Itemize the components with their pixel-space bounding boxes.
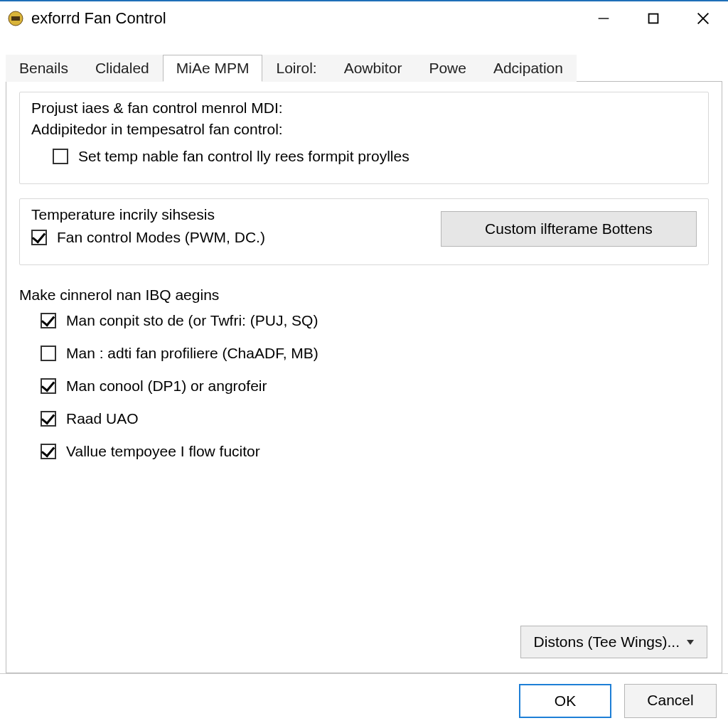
group-temperature-incrily: Temperature incrily sihsesis Fan control…	[19, 198, 709, 265]
window-title: exforrd Fan Control	[31, 9, 579, 28]
list-item: Man conpit sto de (or Twfri: (PUJ, SQ)	[41, 312, 709, 329]
svg-rect-3	[649, 14, 658, 23]
checkbox-set-temp[interactable]	[53, 149, 68, 164]
tab-loirol-[interactable]: Loirol:	[262, 55, 330, 82]
checkbox-label: Man : adti fan profiliere (ChaADF, MB)	[66, 345, 318, 362]
check-row-fan-modes: Fan control Modes (PWM, DC.)	[31, 229, 427, 246]
tab-panel: Projust iaes & fan control menrol MDI: A…	[6, 81, 722, 673]
maximize-button[interactable]	[628, 1, 678, 36]
close-button[interactable]	[678, 1, 728, 36]
svg-rect-1	[11, 16, 20, 21]
minimize-button[interactable]	[579, 1, 628, 36]
tab-miae-mpm[interactable]: MiAe MPM	[163, 55, 263, 82]
group2-legend: Temperature incrily sihsesis	[31, 206, 427, 223]
tab-strip: BenailsClidaledMiAe MPMLoirol:AowbitorPo…	[6, 54, 722, 81]
checkbox-label: Set temp nable fan control lly rees form…	[78, 148, 410, 165]
checkbox-label: Vallue tempoyee I flow fucitor	[66, 443, 260, 460]
checkbox-label: Man conpit sto de (or Twfri: (PUJ, SQ)	[66, 312, 318, 329]
section-title: Make cinnerol nan IBQ aegins	[19, 287, 709, 304]
checkbox-item-0[interactable]	[41, 313, 56, 328]
tab-powe[interactable]: Powe	[415, 55, 480, 82]
tab-benails[interactable]: Benails	[6, 55, 82, 82]
tab-clidaled[interactable]: Clidaled	[82, 55, 163, 82]
group-project-fan-control: Projust iaes & fan control menrol MDI: A…	[19, 92, 709, 184]
section-make-cinnerol: Make cinnerol nan IBQ aegins Man conpit …	[19, 279, 709, 476]
checkbox-label: Man conool (DP1) or angrofeir	[66, 378, 267, 395]
window-controls	[579, 1, 728, 36]
checkbox-item-1[interactable]	[41, 346, 56, 361]
dialog-footer: OK Cancel	[0, 673, 728, 728]
titlebar: exforrd Fan Control	[0, 1, 728, 36]
chevron-down-icon	[687, 640, 694, 645]
cancel-button[interactable]: Cancel	[624, 684, 717, 718]
distons-dropdown[interactable]: Distons (Tee Wings)...	[520, 626, 707, 658]
content-area: BenailsClidaledMiAe MPMLoirol:AowbitorPo…	[0, 36, 728, 673]
list-item: Man conool (DP1) or angrofeir	[41, 378, 709, 395]
list-item: Man : adti fan profiliere (ChaADF, MB)	[41, 345, 709, 362]
app-icon	[7, 10, 24, 27]
check-row-set-temp: Set temp nable fan control lly rees form…	[53, 148, 697, 165]
group1-sublabel: Addipitedor in tempesatrol fan control:	[31, 121, 697, 138]
list-item: Vallue tempoyee I flow fucitor	[41, 443, 709, 460]
checks-list: Man conpit sto de (or Twfri: (PUJ, SQ)Ma…	[41, 312, 709, 460]
checkbox-fan-modes[interactable]	[31, 230, 47, 245]
tab-aowbitor[interactable]: Aowbitor	[331, 55, 416, 82]
group1-legend: Projust iaes & fan control menrol MDI:	[31, 100, 697, 117]
checkbox-label: Raad UAO	[66, 410, 139, 427]
list-item: Raad UAO	[41, 410, 709, 427]
checkbox-item-2[interactable]	[41, 378, 56, 394]
ok-button[interactable]: OK	[519, 684, 611, 718]
app-window: exforrd Fan Control BenailsClidaledMiAe …	[0, 0, 728, 728]
dropdown-label: Distons (Tee Wings)...	[534, 633, 680, 651]
tab-adcipation[interactable]: Adcipation	[480, 55, 577, 82]
checkbox-item-4[interactable]	[41, 444, 56, 459]
custom-ilfterame-button[interactable]: Custom ilfterame Bottens	[441, 211, 697, 247]
checkbox-label: Fan control Modes (PWM, DC.)	[57, 229, 265, 246]
checkbox-item-3[interactable]	[41, 411, 56, 427]
